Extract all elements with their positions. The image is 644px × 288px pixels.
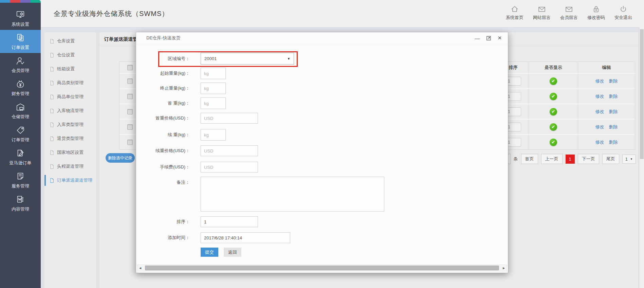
- page-icon: [50, 67, 54, 72]
- scrollbar-thumb[interactable]: [640, 29, 644, 159]
- submenu-item-country-region[interactable]: 国家地区设置: [44, 146, 96, 159]
- modal-horizontal-scrollbar[interactable]: ◀ ▶: [137, 265, 507, 271]
- header-link-member-messages[interactable]: 会员留言: [558, 5, 580, 21]
- scroll-left-icon[interactable]: ◀: [137, 265, 143, 271]
- scroll-right-icon[interactable]: ▶: [501, 265, 507, 271]
- visible-check-icon[interactable]: [550, 139, 557, 146]
- submenu-item-product-category[interactable]: 商品类别管理: [44, 76, 96, 90]
- sidebar-item-member-management[interactable]: 会员管理: [0, 53, 41, 76]
- sidebar-item-label: 财务管理: [12, 91, 29, 97]
- select-all-checkbox[interactable]: [127, 65, 133, 70]
- close-icon[interactable]: ✕: [497, 35, 502, 41]
- visible-check-icon[interactable]: [550, 123, 557, 131]
- page-icon: [50, 108, 54, 113]
- visible-check-icon[interactable]: [550, 108, 557, 115]
- cont-weight-input[interactable]: [201, 129, 226, 141]
- header-link-change-password[interactable]: 修改密码: [585, 5, 607, 21]
- monitor-gear-icon: [15, 10, 25, 20]
- modify-link[interactable]: 修改: [595, 93, 604, 100]
- submenu-item-return-type[interactable]: 退货类型管理: [44, 132, 96, 145]
- delete-link[interactable]: 删除: [609, 139, 618, 145]
- first-page-button[interactable]: 首页: [521, 154, 538, 164]
- fee-input[interactable]: [201, 162, 258, 173]
- row-checkbox[interactable]: [127, 140, 133, 145]
- next-page-button[interactable]: 下一页: [578, 154, 599, 164]
- submenu-item-bin-settings[interactable]: 仓位设置: [44, 48, 96, 62]
- page-pencil-icon: [15, 148, 25, 158]
- field-row-fee: 手续费(USD)：: [136, 162, 258, 173]
- modal-sort-input[interactable]: [201, 216, 258, 227]
- first-weight-input[interactable]: [201, 97, 226, 109]
- field-row-first-price: 首重价格(USD)：: [136, 113, 258, 124]
- start-weight-input[interactable]: [201, 68, 226, 79]
- delete-link[interactable]: 删除: [609, 109, 618, 115]
- delete-link[interactable]: 删除: [609, 124, 618, 130]
- field-row-start-weight: 起始重量(kg)：: [136, 68, 226, 79]
- page-icon: [50, 39, 54, 44]
- sidebar-item-order-settings[interactable]: 订单设置: [0, 30, 41, 53]
- submenu-item-first-leg-channel[interactable]: 头程渠道管理: [44, 160, 96, 173]
- delete-link[interactable]: 删除: [609, 93, 618, 100]
- page-icon: [50, 150, 54, 155]
- visible-check-icon[interactable]: [550, 93, 557, 100]
- page-icon: [50, 53, 54, 58]
- submenu-item-product-unit[interactable]: 商品单位管理: [44, 90, 96, 104]
- sidebar-item-content-management[interactable]: 内容管理: [0, 192, 41, 215]
- field-row-cont-weight: 续 重(kg)：: [136, 129, 226, 141]
- header-link-site-messages[interactable]: 网站留言: [531, 5, 553, 21]
- minimize-icon[interactable]: —: [475, 35, 480, 41]
- field-row-add-time: 添加时间：: [136, 232, 290, 243]
- app-title: 全景专业级海外仓储系统（SWMS）: [54, 9, 169, 18]
- submenu-item-inbound-logistics[interactable]: 入库物流管理: [44, 104, 96, 118]
- submenu-item-delivery-channel[interactable]: 订单派送渠道管理: [44, 174, 96, 187]
- current-page-button[interactable]: 1: [566, 155, 575, 164]
- sidebar-item-system-settings[interactable]: 系统设置: [0, 7, 41, 30]
- first-price-input[interactable]: [201, 113, 258, 124]
- sidebar-item-amazon-orders[interactable]: 亚马逊订单: [0, 145, 41, 168]
- maximize-icon[interactable]: [486, 35, 491, 41]
- sidebar-item-warehouse-management[interactable]: 仓储管理: [0, 99, 41, 122]
- modify-link[interactable]: 修改: [595, 139, 604, 145]
- row-checkbox[interactable]: [127, 78, 133, 84]
- mail-icon: [538, 5, 546, 13]
- modal-titlebar: DE仓库-快递发货 — ✕: [136, 32, 508, 44]
- sidebar-item-finance-management[interactable]: 财务管理: [0, 76, 41, 99]
- modify-link[interactable]: 修改: [595, 109, 604, 115]
- header-link-logout[interactable]: 安全退出: [612, 5, 634, 21]
- submenu-item-carton-settings[interactable]: 纸箱设置: [44, 62, 96, 76]
- field-row-zone: 区域编号： 20001▼: [136, 53, 294, 65]
- modify-link[interactable]: 修改: [595, 78, 604, 84]
- submenu-item-warehouse-settings[interactable]: 仓库设置: [44, 34, 96, 48]
- header-link-home[interactable]: 系统首页: [503, 5, 526, 21]
- remark-textarea[interactable]: [201, 177, 384, 212]
- row-checkbox[interactable]: [127, 94, 133, 99]
- modal-actions: 提交 返回: [201, 248, 241, 257]
- end-weight-input[interactable]: [201, 83, 226, 94]
- back-button[interactable]: 返回: [224, 248, 241, 257]
- visible-check-icon[interactable]: [550, 77, 557, 85]
- page-vertical-scrollbar[interactable]: [639, 27, 644, 288]
- col-header-visible: 是否显示: [529, 62, 578, 73]
- row-checkbox[interactable]: [127, 109, 133, 114]
- cont-price-input[interactable]: [201, 145, 258, 156]
- zone-select[interactable]: 20001▼: [201, 53, 294, 65]
- submit-button[interactable]: 提交: [201, 248, 218, 257]
- last-page-button[interactable]: 尾页: [602, 154, 619, 164]
- page-number-select[interactable]: 1▼: [622, 155, 636, 164]
- scrollbar-thumb[interactable]: [145, 266, 499, 270]
- sidebar-item-label: 订单设置: [12, 44, 29, 51]
- field-row-end-weight: 终止重量(kg)：: [136, 83, 226, 94]
- sidebar-item-label: 服务管理: [12, 183, 29, 189]
- modify-link[interactable]: 修改: [595, 124, 604, 130]
- sidebar-item-service-management[interactable]: 服务管理: [0, 168, 41, 192]
- sidebar-item-label: 仓储管理: [12, 114, 29, 120]
- delete-selected-button[interactable]: 删除选中记录: [106, 153, 135, 163]
- sidebar-item-label: 会员管理: [12, 68, 29, 74]
- submenu-item-inbound-type[interactable]: 入库类型管理: [44, 118, 96, 131]
- lock-icon: [592, 5, 600, 13]
- row-checkbox[interactable]: [127, 124, 133, 130]
- add-time-input[interactable]: [201, 232, 290, 243]
- prev-page-button[interactable]: 上一页: [541, 154, 563, 164]
- delete-link[interactable]: 删除: [609, 78, 618, 84]
- sidebar-item-order-management[interactable]: 订单管理: [0, 122, 41, 145]
